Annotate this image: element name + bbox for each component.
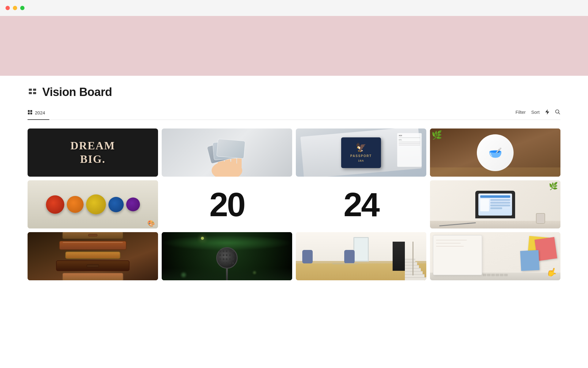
mic-dot bbox=[232, 262, 234, 264]
lightning-button[interactable] bbox=[545, 109, 549, 115]
svg-rect-0 bbox=[29, 89, 32, 91]
screen-bar bbox=[490, 207, 502, 209]
passport-book: 🦅 PASSPORT 16A bbox=[341, 137, 381, 168]
gallery-grid: DREAMBIG. bbox=[28, 128, 560, 280]
minimize-button[interactable] bbox=[13, 6, 17, 10]
hero-banner bbox=[0, 16, 588, 76]
mic-dot bbox=[229, 250, 231, 252]
gallery-cell-notes[interactable]: 👆 bbox=[430, 232, 560, 280]
gallery-cell-dream-big[interactable]: DREAMBIG. bbox=[28, 128, 158, 177]
tabs-bar: 2024 Filter Sort bbox=[28, 107, 560, 120]
mic-dot bbox=[229, 258, 231, 260]
mic-dot bbox=[232, 258, 234, 260]
svg-rect-6 bbox=[28, 113, 30, 114]
laptop-screen bbox=[478, 194, 512, 216]
title-bar bbox=[0, 0, 588, 16]
mic-dot bbox=[232, 254, 234, 256]
gallery-cell-paint-supplies[interactable]: 🎨 bbox=[28, 180, 158, 228]
card-stack bbox=[209, 140, 245, 164]
mic-dot bbox=[226, 262, 228, 264]
grid-icon bbox=[28, 110, 32, 116]
mic-dot bbox=[229, 262, 231, 264]
passport-text: PASSPORT 16A bbox=[350, 154, 372, 163]
page-icon bbox=[28, 87, 37, 97]
close-button[interactable] bbox=[6, 6, 10, 10]
gallery-cell-credit-cards[interactable] bbox=[162, 128, 292, 177]
card-3 bbox=[217, 139, 246, 159]
svg-rect-7 bbox=[30, 113, 32, 114]
svg-rect-4 bbox=[28, 110, 30, 112]
maximize-button[interactable] bbox=[20, 6, 24, 10]
mic-grid bbox=[219, 250, 235, 266]
search-button[interactable] bbox=[555, 109, 560, 115]
mic-dot bbox=[226, 250, 228, 252]
number-20-text: 20 bbox=[209, 185, 244, 224]
gallery-cell-number-24[interactable]: 24 bbox=[296, 180, 426, 228]
svg-rect-1 bbox=[33, 89, 36, 91]
gallery-cell-microphone[interactable] bbox=[162, 232, 292, 280]
screen-content bbox=[478, 194, 512, 216]
filter-button[interactable]: Filter bbox=[515, 109, 526, 115]
sort-button[interactable]: Sort bbox=[531, 109, 540, 115]
svg-rect-5 bbox=[30, 110, 32, 112]
mic-dot bbox=[223, 250, 224, 252]
gallery-cell-number-20[interactable]: 20 bbox=[162, 180, 292, 228]
mic-dot bbox=[232, 250, 234, 252]
microphone-body bbox=[216, 247, 238, 269]
mic-dot bbox=[219, 262, 221, 264]
gallery-cell-interior[interactable] bbox=[296, 232, 426, 280]
mic-dot bbox=[226, 254, 228, 256]
screen-bar bbox=[490, 205, 510, 206]
tab-label: 2024 bbox=[35, 110, 45, 115]
screen-bar bbox=[490, 202, 510, 204]
svg-rect-3 bbox=[33, 92, 36, 94]
screen-bar bbox=[490, 199, 510, 201]
mic-dot bbox=[219, 254, 221, 256]
gallery-cell-suitcases[interactable] bbox=[28, 232, 158, 280]
gallery-cell-laptop-work[interactable]: 🌿 bbox=[430, 180, 560, 228]
mic-dot bbox=[223, 258, 224, 260]
laptop bbox=[475, 191, 515, 218]
tab-2024[interactable]: 2024 bbox=[28, 107, 49, 120]
svg-rect-2 bbox=[29, 92, 32, 94]
mic-dot bbox=[223, 254, 224, 256]
mic-dot bbox=[219, 250, 221, 252]
page-title: Vision Board bbox=[42, 86, 112, 99]
gallery-cell-food-bowl[interactable]: 🌿 🥣 bbox=[430, 128, 560, 177]
number-24-text: 24 bbox=[344, 185, 379, 224]
tabs-left: 2024 bbox=[28, 107, 49, 120]
mic-dot bbox=[219, 258, 221, 260]
passport-eagle: 🦅 bbox=[356, 142, 367, 152]
page-content: Vision Board 2024 Filter Sort bbox=[0, 76, 588, 299]
mic-dot bbox=[229, 254, 231, 256]
page-header: Vision Board bbox=[28, 86, 560, 99]
credit-card-hand bbox=[162, 128, 292, 177]
mic-dot bbox=[226, 258, 228, 260]
mic-dot bbox=[223, 262, 224, 264]
gallery-cell-passport[interactable]: 🦅 PASSPORT 16A AOI INTL bbox=[296, 128, 426, 177]
svg-line-9 bbox=[559, 113, 560, 114]
toolbar-right: Filter Sort bbox=[515, 109, 560, 118]
food-bowl: 🥣 bbox=[477, 134, 514, 171]
